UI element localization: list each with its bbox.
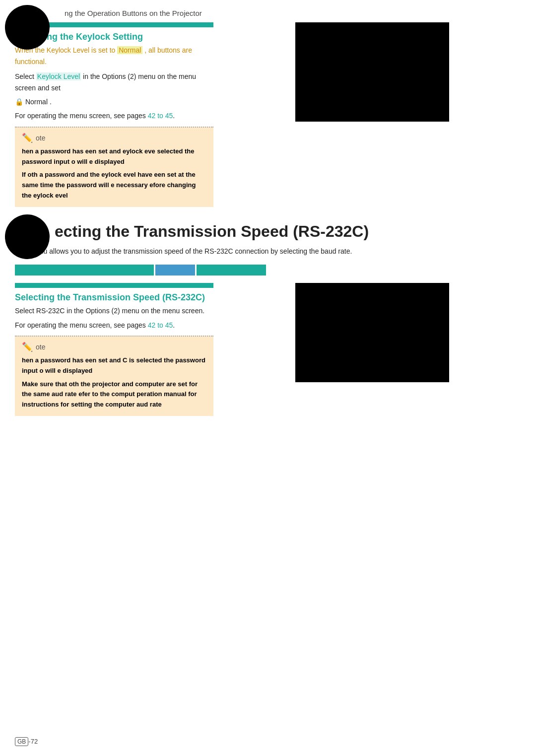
rs232c-sub-heading: Selecting the Transmission Speed (RS-232… — [15, 288, 213, 305]
keylock-note-line2: If oth a password and the eylock evel ha… — [22, 170, 206, 201]
rs232c-note-line2: Make sure that oth the projector and com… — [22, 379, 206, 410]
big-circle-decoration — [5, 214, 50, 259]
nav-seg-3 — [197, 265, 266, 275]
keylock-normal-label: Normal — [25, 98, 48, 106]
lock-icon: 🔒 — [15, 98, 23, 106]
footer-page-number: -72 — [28, 738, 38, 745]
keylock-section: Canceling the Keylock Setting When the K… — [15, 22, 521, 207]
keylock-page-link[interactable]: 42 to 45 — [148, 112, 173, 120]
keylock-select-pre: Select — [15, 72, 34, 80]
rs232c-note-pencil-icon: ✏️ — [22, 342, 33, 352]
rs232c-description: This menu allows you to adjust the trans… — [15, 246, 521, 258]
rs232c-see-pages-text: For operating the menu screen, see pages — [15, 321, 146, 329]
top-circle-decoration — [5, 5, 50, 50]
keylock-normal-line: 🔒 Normal . — [15, 96, 213, 107]
keylock-see-pages-text: For operating the menu screen, see pages — [15, 112, 146, 120]
page-title: ng the Operation Buttons on the Projecto… — [65, 9, 202, 17]
keylock-image — [295, 22, 449, 122]
keylock-level-highlight: Keylock Level — [36, 72, 81, 80]
keylock-body2: For operating the menu screen, see pages… — [15, 110, 213, 121]
footer: GB-72 — [15, 737, 38, 746]
rs232c-image — [295, 283, 449, 382]
rs232c-right-col — [223, 283, 521, 416]
rs232c-teal-bar — [15, 283, 213, 288]
rs232c-note-box: ✏️ ote hen a password has een set and C … — [15, 336, 213, 416]
keylock-right-col — [223, 22, 521, 207]
rs232c-page-link[interactable]: 42 to 45 — [148, 321, 173, 329]
rs232c-big-heading: ecting the Transmission Speed (RS-232C) — [15, 222, 369, 241]
nav-bar — [15, 265, 521, 275]
rs232c-left-col: Selecting the Transmission Speed (RS-232… — [15, 283, 213, 416]
keylock-note-header: ✏️ ote — [22, 133, 206, 143]
rs232c-body2: For operating the menu screen, see pages… — [15, 320, 213, 331]
main-content: Canceling the Keylock Setting When the K… — [0, 22, 536, 446]
keylock-note-line1: hen a password has een set and eylock ev… — [22, 146, 206, 167]
note-pencil-icon: ✏️ — [22, 133, 33, 143]
rs232c-body1: Select RS-232C in the Options (2) menu o… — [15, 305, 213, 316]
keylock-body1: Select Keylock Level in the Options (2) … — [15, 71, 213, 93]
nav-seg-1 — [15, 265, 154, 275]
keylock-note-label: ote — [36, 134, 45, 142]
rs232c-section: Selecting the Transmission Speed (RS-232… — [15, 283, 521, 416]
keylock-note-box: ✏️ ote hen a password has een set and ey… — [15, 127, 213, 207]
nav-seg-2 — [155, 265, 195, 275]
rs232c-big-heading-wrapper: ecting the Transmission Speed (RS-232C) — [15, 222, 521, 241]
footer-badge: GB — [15, 737, 28, 746]
rs232c-note-line1: hen a password has een set and C is sele… — [22, 355, 206, 376]
rs232c-note-label: ote — [36, 343, 45, 351]
keylock-warning: When the Keylock Level is set to Normal … — [15, 45, 213, 67]
keylock-left-col: Canceling the Keylock Setting When the K… — [15, 22, 213, 207]
top-bar: ng the Operation Buttons on the Projecto… — [0, 0, 536, 22]
rs232c-note-header: ✏️ ote — [22, 342, 206, 352]
keylock-normal-word: Normal — [117, 46, 142, 54]
